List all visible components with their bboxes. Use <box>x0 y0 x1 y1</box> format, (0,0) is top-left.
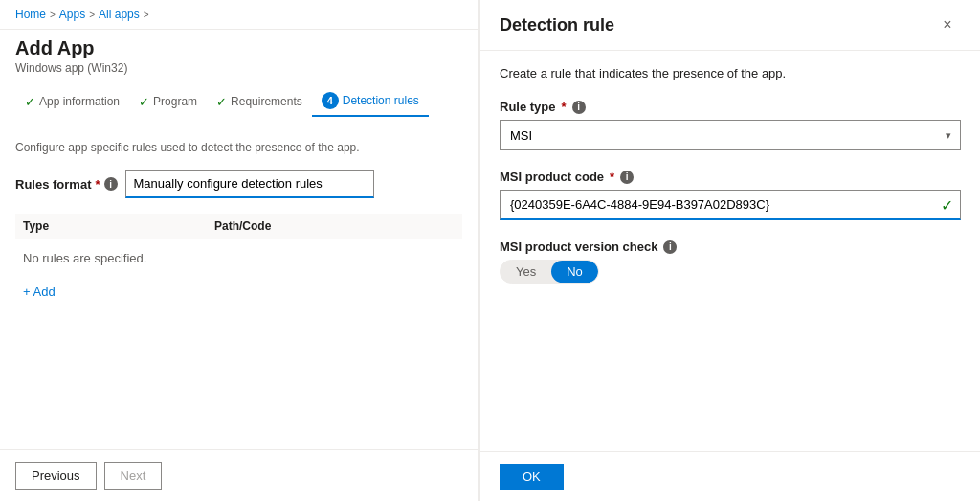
msi-code-info-icon[interactable]: i <box>620 171 634 184</box>
tab-requirements[interactable]: ✓ Requirements <box>207 89 312 115</box>
breadcrumb-all-apps[interactable]: All apps <box>99 8 140 21</box>
page-title: Add App <box>15 37 462 59</box>
check-icon-app-info: ✓ <box>25 95 35 109</box>
rule-type-select[interactable]: MSI File Registry Script <box>500 120 961 150</box>
breadcrumb-sep2: > <box>89 10 95 20</box>
no-rules-message: No rules are specified. <box>15 239 462 277</box>
msi-version-check-label: MSI product version check i <box>500 239 961 254</box>
breadcrumb-sep1: > <box>50 10 56 20</box>
rule-type-group: Rule type * i MSI File Registry Script ▾ <box>500 100 961 150</box>
toggle-no-button[interactable]: No <box>551 261 598 283</box>
msi-version-info-icon[interactable]: i <box>663 240 677 254</box>
tab-detection-rules[interactable]: 4 Detection rules <box>312 86 429 117</box>
rule-type-required: * <box>562 100 567 114</box>
rules-format-row: Rules format * i <box>15 170 462 198</box>
col-type: Type <box>23 219 214 233</box>
tab-app-information[interactable]: ✓ App information <box>15 89 129 115</box>
msi-product-code-label: MSI product code * i <box>500 170 961 184</box>
tab-detection-rules-label: Detection rules <box>343 94 419 107</box>
breadcrumb-home[interactable]: Home <box>15 8 46 21</box>
rules-format-label: Rules format * i <box>15 177 118 192</box>
tab-program-label: Program <box>153 95 197 108</box>
table-header: Type Path/Code <box>15 214 462 239</box>
detection-rule-flyout: Detection rule × Create a rule that indi… <box>479 0 980 501</box>
page-footer: Previous Next <box>0 449 478 501</box>
flyout-close-button[interactable]: × <box>934 11 961 38</box>
msi-code-required: * <box>610 170 614 184</box>
add-rule-link[interactable]: + Add <box>15 277 63 307</box>
msi-product-code-group: MSI product code * i ✓ <box>500 170 961 220</box>
msi-product-code-input[interactable] <box>500 190 961 220</box>
check-icon-program: ✓ <box>139 95 149 109</box>
section-description: Configure app specific rules used to det… <box>15 141 462 154</box>
flyout-description: Create a rule that indicates the presenc… <box>500 66 961 80</box>
msi-version-toggle-row: Yes No <box>500 260 961 284</box>
breadcrumb-sep3: > <box>144 10 149 20</box>
tab-requirements-label: Requirements <box>231 95 302 108</box>
msi-version-toggle-group: Yes No <box>500 260 599 284</box>
page-header: Add App Windows app (Win32) <box>0 30 478 79</box>
rules-format-input[interactable] <box>125 170 374 198</box>
check-icon-requirements: ✓ <box>216 95 227 109</box>
required-star: * <box>95 177 100 192</box>
rules-format-info-icon[interactable]: i <box>104 177 118 191</box>
ok-button[interactable]: OK <box>500 464 564 490</box>
tab-app-information-label: App information <box>39 95 120 108</box>
flyout-content: Create a rule that indicates the presenc… <box>480 51 980 451</box>
flyout-title: Detection rule <box>500 15 614 35</box>
breadcrumb-apps[interactable]: Apps <box>59 8 85 21</box>
previous-button[interactable]: Previous <box>15 462 97 490</box>
col-pathcode: Path/Code <box>214 219 455 233</box>
flyout-header: Detection rule × <box>480 0 980 51</box>
rule-type-select-wrapper: MSI File Registry Script ▾ <box>500 120 961 150</box>
breadcrumb-bar: Home > Apps > All apps > <box>0 0 478 30</box>
toggle-yes-button[interactable]: Yes <box>501 261 551 283</box>
content-area: Configure app specific rules used to det… <box>0 125 478 449</box>
wizard-tabs: ✓ App information ✓ Program ✓ Requiremen… <box>0 79 478 125</box>
msi-version-check-group: MSI product version check i Yes No <box>500 239 961 284</box>
msi-product-code-input-wrapper: ✓ <box>500 190 961 220</box>
main-panel: Home > Apps > All apps > Add App Windows… <box>0 0 479 501</box>
flyout-footer: OK <box>480 451 980 501</box>
num-badge-detection: 4 <box>322 92 339 109</box>
tab-program[interactable]: ✓ Program <box>129 89 207 115</box>
page-subtitle: Windows app (Win32) <box>15 61 462 75</box>
next-button[interactable]: Next <box>104 462 163 490</box>
rule-type-info-icon[interactable]: i <box>572 101 586 114</box>
breadcrumb: Home > Apps > All apps > <box>15 8 462 21</box>
msi-code-valid-icon: ✓ <box>941 196 953 215</box>
rule-type-label: Rule type * i <box>500 100 961 114</box>
